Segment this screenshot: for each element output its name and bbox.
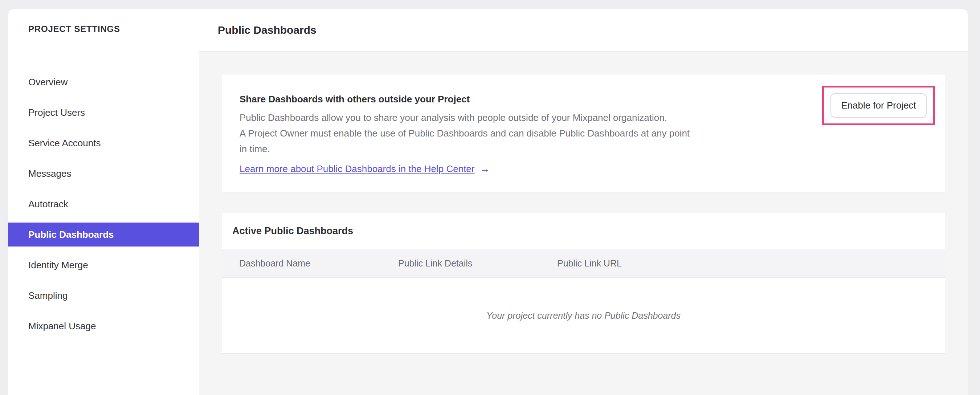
sidebar-item-public-dashboards[interactable]: Public Dashboards xyxy=(8,223,199,247)
sidebar: PROJECT SETTINGS Overview Project Users … xyxy=(8,9,199,395)
sidebar-item-autotrack[interactable]: Autotrack xyxy=(8,192,199,216)
help-center-link-row: Learn more about Public Dashboards in th… xyxy=(240,161,945,177)
column-header-dashboard-name: Dashboard Name xyxy=(222,258,398,269)
sidebar-item-messages[interactable]: Messages xyxy=(8,162,199,186)
table-header-row: Dashboard Name Public Link Details Publi… xyxy=(222,249,945,278)
sidebar-item-service-accounts[interactable]: Service Accounts xyxy=(8,131,199,155)
sidebar-nav: Overview Project Users Service Accounts … xyxy=(8,70,199,338)
sidebar-item-identity-merge[interactable]: Identity Merge xyxy=(8,253,199,277)
sidebar-item-project-users[interactable]: Project Users xyxy=(8,100,199,124)
active-dashboards-card: Active Public Dashboards Dashboard Name … xyxy=(222,213,945,354)
active-dashboards-title-row: Active Public Dashboards xyxy=(222,213,945,249)
empty-state-message: Your project currently has no Public Das… xyxy=(486,311,681,321)
share-card-description-line: A Project Owner must enable the use of P… xyxy=(240,126,945,141)
sidebar-item-overview[interactable]: Overview xyxy=(8,70,199,94)
arrow-right-icon: → xyxy=(480,163,490,175)
annotation-highlight-box: Enable for Project xyxy=(822,86,935,125)
page-title: Public Dashboards xyxy=(218,24,317,36)
content-area: Share Dashboards with others outside you… xyxy=(199,51,968,395)
empty-state: Your project currently has no Public Das… xyxy=(222,278,945,353)
main-area: Public Dashboards Share Dashboards with … xyxy=(199,9,968,395)
sidebar-title: PROJECT SETTINGS xyxy=(8,9,199,35)
active-dashboards-title: Active Public Dashboards xyxy=(232,225,353,237)
settings-panel: PROJECT SETTINGS Overview Project Users … xyxy=(8,9,968,395)
enable-for-project-button[interactable]: Enable for Project xyxy=(830,93,927,118)
share-card-description-line: in time. xyxy=(240,141,945,157)
page-header: Public Dashboards xyxy=(199,9,968,51)
sidebar-item-mixpanel-usage[interactable]: Mixpanel Usage xyxy=(8,314,199,338)
share-dashboards-card: Share Dashboards with others outside you… xyxy=(222,74,945,193)
sidebar-item-sampling[interactable]: Sampling xyxy=(8,284,199,307)
help-center-link[interactable]: Learn more about Public Dashboards in th… xyxy=(240,161,475,177)
column-header-public-link-url: Public Link URL xyxy=(557,258,945,269)
column-header-public-link-details: Public Link Details xyxy=(398,258,557,269)
